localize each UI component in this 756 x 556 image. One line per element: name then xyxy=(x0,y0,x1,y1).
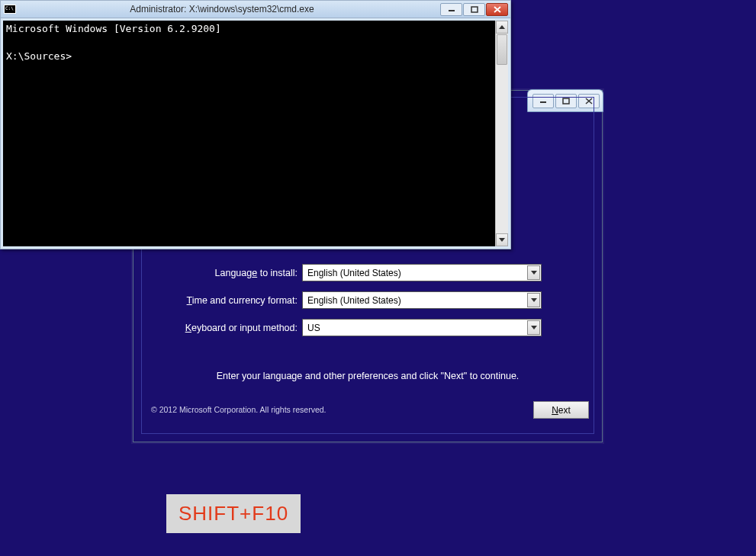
language-label: Language to install: xyxy=(142,268,302,278)
timefmt-select[interactable]: English (United States) xyxy=(302,291,542,309)
svg-rect-5 xyxy=(471,7,478,12)
scroll-thumb[interactable] xyxy=(497,34,507,65)
chevron-down-icon xyxy=(527,320,540,335)
scroll-up-button[interactable] xyxy=(496,21,508,34)
chevron-down-icon xyxy=(527,265,540,280)
chevron-down-icon xyxy=(527,293,540,307)
language-select[interactable]: English (United States) xyxy=(302,264,542,281)
cmd-title: Administrator: X:\windows\system32\cmd.e… xyxy=(130,4,314,14)
close-button[interactable] xyxy=(486,3,508,16)
cmd-titlebar[interactable]: Administrator: X:\windows\system32\cmd.e… xyxy=(1,1,510,18)
cmd-client[interactable]: Microsoft Windows [Version 6.2.9200] X:\… xyxy=(1,18,510,249)
maximize-button[interactable] xyxy=(463,3,485,16)
keyboard-label: Keyboard or input method: xyxy=(142,323,302,333)
cmd-window: Administrator: X:\windows\system32\cmd.e… xyxy=(0,0,511,249)
copyright-text: © 2012 Microsoft Corporation. All rights… xyxy=(151,405,327,414)
language-select-value: English (United States) xyxy=(307,268,401,278)
next-button[interactable]: Next xyxy=(533,401,589,419)
cmd-icon xyxy=(4,5,16,14)
minimize-button[interactable] xyxy=(440,3,462,16)
keyboard-select-value: US xyxy=(307,323,320,333)
timefmt-label: Time and currency format: xyxy=(142,295,302,306)
scroll-down-button[interactable] xyxy=(496,233,508,246)
keyboard-select[interactable]: US xyxy=(302,319,542,336)
scrollbar[interactable] xyxy=(495,21,508,246)
cmd-output[interactable]: Microsoft Windows [Version 6.2.9200] X:\… xyxy=(3,21,495,246)
setup-instruction: Enter your language and other preference… xyxy=(142,371,594,381)
timefmt-select-value: English (United States) xyxy=(307,295,401,306)
annotation-shortcut: SHIFT+F10 xyxy=(166,494,301,533)
